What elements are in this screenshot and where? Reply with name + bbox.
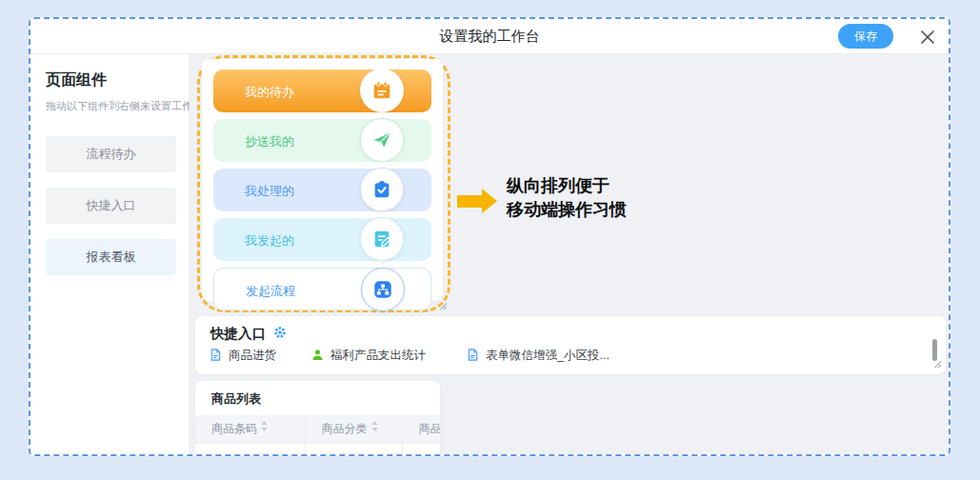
product-list-panel[interactable]: 商品列表 商品条码 商品分类 商品名称 (195, 381, 440, 456)
quick-link-welfare-stats[interactable]: 福利产品支出统计 (311, 348, 426, 364)
panel-resize-handle[interactable] (439, 297, 448, 314)
annotation-text: 纵向排列便于 移动端操作习惯 (507, 174, 627, 222)
paper-plane-icon (360, 118, 404, 162)
todo-widget-panel[interactable]: 我的待办 抄送我的 (202, 59, 443, 301)
close-icon[interactable] (919, 29, 936, 46)
modal-header: 设置我的工作台 保存 (30, 19, 949, 54)
workbench-canvas: 我的待办 抄送我的 (190, 54, 949, 456)
annotation-line1: 纵向排列便于 (507, 174, 627, 198)
column-label: 商品名称 (419, 422, 441, 435)
modal-body: 页面组件 拖动以下组件到右侧来设置工作台 流程待办 快捷入口 报表看板 我的待办 (30, 54, 949, 456)
file-icon (467, 349, 479, 364)
arrow-head (482, 189, 497, 213)
sidebar-item-report-board[interactable]: 报表看板 (46, 239, 176, 275)
sidebar-subtitle: 拖动以下组件到右侧来设置工作台 (46, 99, 175, 113)
column-header-barcode[interactable]: 商品条码 (195, 415, 305, 444)
quick-entry-title: 快捷入口 (210, 325, 266, 343)
user-icon (311, 349, 324, 364)
calendar-icon (360, 69, 404, 112)
card-label: 我发起的 (245, 232, 294, 250)
table-row[interactable]: 10970513 茶叶 普洱茶 (195, 444, 440, 457)
annotation-arrow-icon (457, 189, 497, 213)
column-header-category[interactable]: 商品分类 (305, 415, 402, 444)
sidebar-item-quick-entry[interactable]: 快捷入口 (46, 188, 176, 224)
quick-link-label: 福利产品支出统计 (330, 348, 426, 364)
save-button[interactable]: 保存 (838, 24, 893, 49)
card-cc-to-me[interactable]: 抄送我的 (213, 119, 431, 162)
card-label: 我处理的 (245, 183, 294, 200)
card-handled-by-me[interactable]: 我处理的 (213, 169, 431, 211)
column-label: 商品分类 (322, 422, 368, 435)
column-header-name[interactable]: 商品名称 (402, 415, 440, 444)
quick-link-product-purchase[interactable]: 商品进货 (210, 348, 276, 364)
sitemap-icon (361, 268, 405, 311)
sidebar-title: 页面组件 (46, 70, 175, 90)
card-my-todo[interactable]: 我的待办 (213, 70, 431, 112)
cell-barcode: 10970513 (195, 444, 305, 457)
card-label: 发起流程 (246, 283, 295, 300)
components-sidebar: 页面组件 拖动以下组件到右侧来设置工作台 流程待办 快捷入口 报表看板 (30, 54, 190, 456)
quick-entry-header: 快捷入口 (210, 325, 287, 343)
cell-category: 茶叶 (305, 444, 402, 457)
card-start-process[interactable]: 发起流程 (213, 268, 431, 310)
quick-link-wechat-form[interactable]: 表单微信增强_小区投... (467, 348, 610, 364)
card-initiated-by-me[interactable]: 我发起的 (213, 218, 431, 261)
sidebar-item-process-todo[interactable]: 流程待办 (46, 136, 176, 172)
product-table-title: 商品列表 (195, 381, 440, 415)
quick-link-label: 表单微信增强_小区投... (486, 348, 610, 364)
clipboard-check-icon (360, 168, 404, 211)
quick-link-label: 商品进货 (229, 348, 276, 364)
card-label: 抄送我的 (245, 133, 294, 150)
cell-name: 普洱茶 (402, 444, 440, 457)
arrow-shaft (457, 195, 482, 208)
product-table: 商品条码 商品分类 商品名称 (195, 415, 440, 456)
page-background: 设置我的工作台 保存 页面组件 拖动以下组件到右侧来设置工作台 流程待办 快捷入… (0, 0, 980, 480)
sort-icon[interactable] (371, 421, 378, 434)
file-icon (210, 349, 222, 364)
panel-resize-handle[interactable] (933, 355, 942, 372)
column-label: 商品条码 (211, 422, 257, 435)
quick-entry-panel[interactable]: 快捷入口 商品进货 (195, 316, 946, 374)
sort-icon[interactable] (261, 421, 268, 434)
edit-note-icon (360, 217, 404, 261)
modal-title: 设置我的工作台 (30, 28, 949, 46)
table-header-row: 商品条码 商品分类 商品名称 (195, 415, 440, 444)
workbench-settings-modal: 设置我的工作台 保存 页面组件 拖动以下组件到右侧来设置工作台 流程待办 快捷入… (29, 17, 950, 456)
annotation-line2: 移动端操作习惯 (507, 198, 627, 222)
card-label: 我的待办 (245, 84, 294, 101)
gear-icon[interactable] (273, 326, 287, 343)
